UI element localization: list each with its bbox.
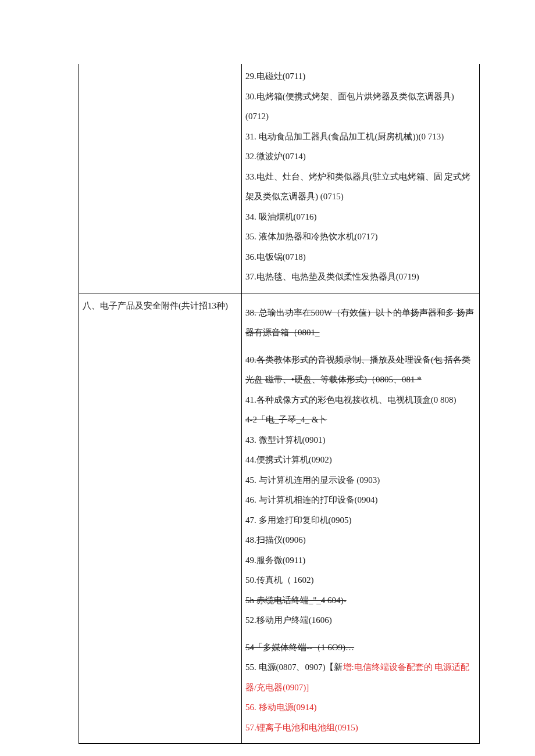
list-item: 4-2「电_子琴_4_ &卜 [245, 410, 476, 430]
list-item: 35. 液体加热器和冷热饮水机(0717) [245, 227, 476, 247]
content-table: 29.电磁灶(0711)30.电烤箱(便携式烤架、面包片烘烤器及类似烹调器具)(… [79, 64, 480, 744]
list-item: 32.微波炉(0714) [245, 146, 476, 167]
item-text: 49.服务微(0911) [245, 556, 305, 565]
document-page: 29.电磁灶(0711)30.电烤箱(便携式烤架、面包片烘烤器及类似烹调器具)(… [0, 0, 535, 756]
item-text: 44.便携式计算机(0902) [245, 455, 332, 464]
list-item: 49.服务微(0911) [245, 550, 476, 571]
category-title: 八、电子产品及安全附件(共计招13种) [83, 296, 238, 316]
item-text: 54「多媒体终端--（1 6O9)… [245, 643, 354, 652]
list-item: 55. 电源(0807、0907)【新增:电信终端设备配套的 电源适配器/充电器… [245, 657, 476, 697]
item-text: 55. 电源(0807、0907)【新 [245, 662, 343, 672]
items-cell: 29.电磁灶(0711)30.电烤箱(便携式烤架、面包片烘烤器及类似烹调器具)(… [242, 64, 480, 293]
item-text: 43. 微型计算机(0901) [245, 435, 326, 445]
list-item: 44.便携式计算机(0902) [245, 450, 476, 470]
item-text: 47. 多用途打印复印机(0905) [245, 515, 352, 525]
category-cell: 八、电子产品及安全附件(共计招13种) [79, 293, 242, 744]
list-item: 57.锂离子电池和电池组(0915) [245, 718, 476, 738]
list-item: 48.扫描仪(0906) [245, 530, 476, 550]
item-text: 34. 吸油烟机(0716) [245, 212, 317, 221]
item-text: 36.电饭锅(0718) [245, 252, 306, 261]
item-text: 50.传真机（ 1602) [245, 575, 314, 585]
item-text: 35. 液体加热器和冷热饮水机(0717) [245, 232, 378, 241]
list-item: 50.传真机（ 1602) [245, 570, 476, 590]
item-text: 52.移动用户终端(1606) [245, 615, 332, 625]
list-item: 37.电热毯、电热垫及类似柔性发热器具(0719) [245, 267, 476, 287]
list-item: 29.电磁灶(0711) [245, 66, 476, 87]
list-item: 30.电烤箱(便携式烤架、面包片烘烤器及类似烹调器具)(0712) [245, 87, 476, 127]
table-row: 八、电子产品及安全附件(共计招13种) 38. 总瑜出功率在500W（有效值）以… [79, 293, 480, 744]
item-text: 45. 与计算机连用的显示设备 (0903) [245, 475, 380, 485]
item-text: 48.扫描仪(0906) [245, 535, 306, 544]
item-text: 46. 与计算机相连的打印设备(0904) [245, 495, 378, 504]
list-item: 47. 多用途打印复印机(0905) [245, 510, 476, 531]
item-text: 29.电磁灶(0711) [245, 71, 305, 81]
list-item: 43. 微型计算机(0901) [245, 430, 476, 450]
items-cell: 38. 总瑜出功率在500W（有效值）以卜的单扬声器和多 扬声器有源音箱（080… [242, 293, 480, 744]
item-text: 57.锂离子电池和电池组(0915) [245, 723, 358, 732]
item-text: 32.微波炉(0714) [245, 152, 306, 161]
item-text: 33.电灶、灶台、烤炉和类似器具(驻立式电烤箱、固 定式烤架及类似烹调器具) (… [245, 172, 471, 202]
item-text: 56. 移动电源(0914) [245, 703, 317, 712]
list-item: 33.电灶、灶台、烤炉和类似器具(驻立式电烤箱、固 定式烤架及类似烹调器具) (… [245, 167, 476, 207]
item-text: 41.各种成像方式的彩色电视接收机、电视机顶盒(0 808) [245, 395, 456, 404]
list-item: 40.各类教体形式的音视频录制、播放及处理设备(包 括各类光盘 磁带、•硬盘、等… [245, 350, 476, 390]
item-text: 31. 电动食品加工器具(食品加工机(厨房机械))(0 713) [245, 132, 444, 141]
list-item: 38. 总瑜出功率在500W（有效值）以卜的单扬声器和多 扬声器有源音箱（080… [245, 303, 476, 343]
item-text: 4-2「电_子琴_4_ &卜 [245, 415, 327, 424]
item-text: 30.电烤箱(便携式烤架、面包片烘烤器及类似烹调器具)(0712) [245, 92, 454, 121]
list-item: 46. 与计算机相连的打印设备(0904) [245, 490, 476, 510]
list-item: 31. 电动食品加工器具(食品加工机(厨房机械))(0 713) [245, 127, 476, 147]
table-row: 29.电磁灶(0711)30.电烤箱(便携式烤架、面包片烘烤器及类似烹调器具)(… [79, 64, 480, 293]
blank-line [245, 343, 476, 350]
list-item: 34. 吸油烟机(0716) [245, 207, 476, 227]
item-text: 38. 总瑜出功率在500W（有效值）以卜的单扬声器和多 扬声器有源音箱（080… [245, 308, 474, 338]
list-item: 56. 移动电源(0914) [245, 697, 476, 718]
list-item: 36.电饭锅(0718) [245, 247, 476, 267]
list-item: 41.各种成像方式的彩色电视接收机、电视机顶盒(0 808) [245, 390, 476, 410]
category-cell [79, 64, 242, 293]
blank-line [245, 630, 476, 637]
blank-line [245, 296, 476, 303]
list-item: 52.移动用户终端(1606) [245, 610, 476, 630]
item-text: 37.电热毯、电热垫及类似柔性发热器具(0719) [245, 272, 419, 281]
list-item: 45. 与计算机连用的显示设备 (0903) [245, 470, 476, 490]
item-text: 40.各类教体形式的音视频录制、播放及处理设备(包 括各类光盘 磁带、•硬盘、等… [245, 355, 471, 385]
list-item: 54「多媒体终端--（1 6O9)… [245, 637, 476, 658]
list-item: 5h 赤缆电话终端_"_4 604)- [245, 590, 476, 611]
item-text: 5h 赤缆电话终端_"_4 604)- [245, 596, 347, 605]
